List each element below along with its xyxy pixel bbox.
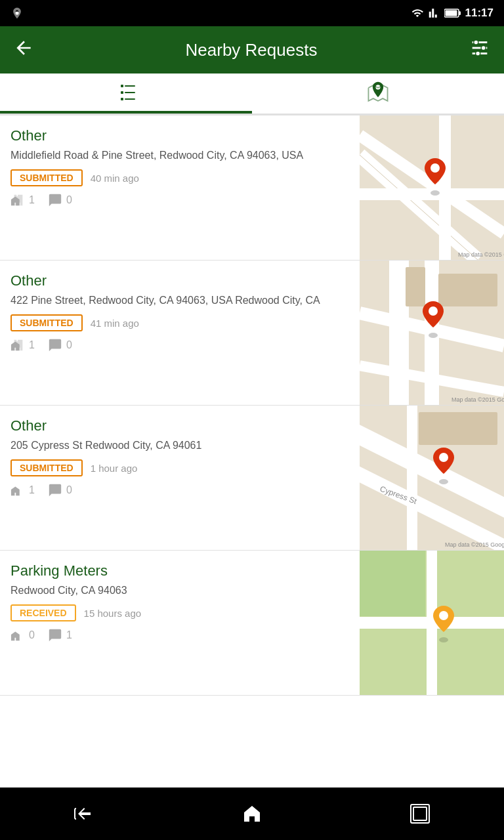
building-icon — [10, 483, 25, 497]
comments-count: 1 — [48, 628, 72, 642]
svg-rect-13 — [125, 92, 135, 93]
comment-count-value: 1 — [66, 629, 72, 641]
svg-point-33 — [429, 333, 438, 338]
building-icon — [10, 193, 25, 207]
request-meta: 1 0 — [10, 193, 349, 207]
status-bar: 11:17 — [0, 0, 504, 26]
request-category: Other — [10, 127, 349, 144]
vote-count-value: 1 — [29, 484, 35, 496]
vote-count-value: 1 — [29, 194, 35, 206]
back-nav-button[interactable] — [72, 802, 96, 826]
status-left — [10, 7, 24, 20]
status-badge: SUBMITTED — [10, 314, 83, 331]
request-time: 1 hour ago — [91, 463, 138, 474]
list-item[interactable]: Parking Meters Redwood City, CA 94063 RE… — [0, 551, 504, 696]
request-category: Parking Meters — [10, 562, 349, 579]
svg-rect-11 — [125, 85, 135, 87]
map-thumbnail-3: Cypress St Map data ©2015 Google — [360, 406, 504, 550]
svg-point-23 — [430, 190, 440, 196]
votes-count: 1 — [10, 193, 35, 207]
status-badge: SUBMITTED — [10, 459, 83, 476]
svg-rect-52 — [413, 807, 427, 820]
map-thumbnail-4 — [360, 551, 504, 695]
svg-rect-40 — [419, 412, 497, 445]
request-time: 40 min ago — [91, 173, 139, 184]
comments-count: 0 — [48, 338, 72, 352]
comment-count-value: 0 — [66, 194, 72, 206]
page-title: Nearby Requests — [186, 40, 318, 60]
svg-rect-31 — [406, 267, 425, 306]
map-tab-icon — [364, 79, 392, 106]
svg-rect-3 — [459, 11, 461, 15]
recent-nav-button[interactable] — [408, 802, 432, 826]
map-thumbnail-1: Map data ©2015 Google — [360, 116, 504, 260]
svg-text:Map data ©2015 Google: Map data ©2015 Google — [458, 251, 504, 258]
home-nav-button[interactable] — [240, 802, 264, 826]
comment-icon — [48, 338, 62, 352]
request-status-row: RECEIVED 15 hours ago — [10, 604, 349, 621]
location-icon — [10, 7, 24, 20]
svg-text:Map data ©2015 Google: Map data ©2015 Google — [452, 396, 504, 403]
request-status-row: SUBMITTED 1 hour ago — [10, 459, 349, 476]
svg-rect-12 — [121, 91, 123, 94]
request-status-row: SUBMITTED 40 min ago — [10, 169, 349, 186]
list-item[interactable]: Other 205 Cypress St Redwood City, CA 94… — [0, 406, 504, 551]
building-icon — [10, 338, 25, 352]
status-badge: SUBMITTED — [10, 169, 83, 186]
request-info-3: Other 205 Cypress St Redwood City, CA 94… — [0, 406, 360, 550]
battery-icon — [444, 8, 461, 18]
tab-list[interactable] — [0, 74, 252, 114]
request-meta: 1 0 — [10, 483, 349, 497]
request-info-2: Other 422 Pine Street, Redwood City, CA … — [0, 261, 360, 405]
svg-point-8 — [481, 45, 486, 50]
request-address: 205 Cypress St Redwood City, CA 94061 — [10, 438, 349, 453]
comment-count-value: 0 — [66, 339, 72, 351]
vote-count-value: 1 — [29, 339, 35, 351]
request-time: 15 hours ago — [84, 608, 142, 619]
svg-point-41 — [439, 479, 448, 484]
status-badge: RECEIVED — [10, 604, 76, 621]
svg-text:Map data ©2015 Google: Map data ©2015 Google — [445, 541, 504, 548]
vote-count-value: 0 — [29, 629, 35, 641]
request-address: Redwood City, CA 94063 — [10, 583, 349, 598]
comments-count: 0 — [48, 483, 72, 497]
list-tab-icon — [113, 82, 139, 103]
svg-rect-15 — [125, 98, 135, 100]
request-category: Other — [10, 272, 349, 289]
request-address: 422 Pine Street, Redwood City, CA 94063,… — [10, 293, 349, 308]
svg-rect-48 — [360, 551, 425, 616]
request-info-1: Other Middlefield Road & Pine Street, Re… — [0, 116, 360, 260]
building-icon — [10, 628, 25, 642]
request-category: Other — [10, 417, 349, 434]
list-item[interactable]: Other Middlefield Road & Pine Street, Re… — [0, 116, 504, 261]
request-time: 41 min ago — [91, 318, 139, 329]
comment-icon — [48, 483, 62, 497]
filter-button[interactable] — [469, 37, 491, 63]
comments-count: 0 — [48, 193, 72, 207]
top-bar: Nearby Requests — [0, 26, 504, 74]
comment-count-value: 0 — [66, 484, 72, 496]
svg-rect-14 — [121, 98, 123, 100]
votes-count: 1 — [10, 338, 35, 352]
comment-icon — [48, 628, 62, 642]
tab-map[interactable] — [252, 74, 504, 114]
comment-icon — [48, 193, 62, 207]
request-address: Middlefield Road & Pine Street, Redwood … — [10, 148, 349, 163]
back-button[interactable] — [13, 37, 34, 63]
svg-point-42 — [439, 453, 448, 462]
svg-rect-10 — [121, 85, 123, 87]
list-item[interactable]: Other 422 Pine Street, Redwood City, CA … — [0, 261, 504, 406]
status-right: 11:17 — [410, 7, 494, 20]
request-meta: 0 1 — [10, 628, 349, 642]
requests-list: Other Middlefield Road & Pine Street, Re… — [0, 116, 504, 788]
votes-count: 0 — [10, 628, 35, 642]
svg-point-7 — [474, 40, 478, 45]
svg-point-9 — [476, 51, 480, 56]
request-info-4: Parking Meters Redwood City, CA 94063 RE… — [0, 551, 360, 695]
tab-bar — [0, 74, 504, 116]
svg-point-50 — [439, 611, 448, 620]
svg-point-24 — [430, 163, 440, 173]
map-thumbnail-2: Map data ©2015 Google — [360, 261, 504, 405]
svg-point-49 — [439, 637, 448, 642]
wifi-icon — [410, 7, 425, 19]
